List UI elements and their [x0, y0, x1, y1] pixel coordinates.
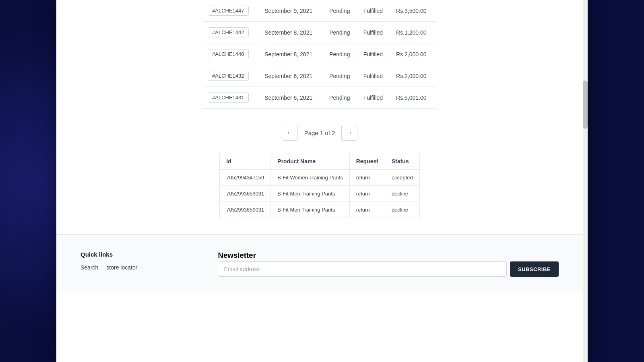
order-total: Rs.2,000.00 — [391, 43, 436, 65]
scrollbar[interactable] — [583, 0, 588, 362]
order-date: September 9, 2021 — [260, 0, 324, 22]
returns-row: 7052993659031 B-Fit Men Training Pants r… — [220, 202, 419, 218]
returns-product: B-Fit Men Training Pants — [271, 186, 349, 202]
returns-status: accepted — [385, 170, 419, 186]
order-date: September 6, 2021 — [260, 87, 324, 109]
order-row: #ALCHE1442 September 8, 2021 Pending Ful… — [203, 22, 436, 43]
order-id-badge[interactable]: #ALCHE1432 — [208, 71, 249, 81]
order-date: September 8, 2021 — [260, 43, 324, 65]
returns-id: 7052993659031 — [220, 202, 271, 218]
returns-col-header: Request — [349, 153, 385, 170]
returns-product: B-Fit Men Training Pants — [271, 202, 349, 218]
email-input[interactable] — [218, 261, 507, 277]
returns-col-header: Id — [220, 153, 271, 170]
returns-status: decline — [385, 202, 419, 218]
order-payment: Pending — [324, 43, 359, 65]
main-window: #ALCHE1447 September 9, 2021 Pending Ful… — [56, 0, 588, 362]
order-row: #ALCHE1431 September 6, 2021 Pending Ful… — [203, 87, 436, 109]
order-fulfillment: Fulfilled — [359, 87, 391, 109]
returns-request: return — [349, 170, 385, 186]
quick-links-section: Quick links Searchstore locator — [80, 251, 137, 277]
order-id-badge[interactable]: #ALCHE1447 — [208, 6, 249, 16]
newsletter-form: SUBSCRIBE — [218, 261, 559, 277]
returns-section: IdProduct NameRequestStatus 705299434715… — [56, 153, 583, 234]
returns-col-header: Status — [385, 153, 419, 170]
orders-table: #ALCHE1447 September 9, 2021 Pending Ful… — [203, 0, 436, 109]
order-total: Rs.1,200.00 — [391, 22, 436, 43]
order-row: #ALCHE1440 September 8, 2021 Pending Ful… — [203, 43, 436, 65]
footer: Quick links Searchstore locator Newslett… — [56, 234, 583, 293]
order-row: #ALCHE1432 September 6, 2021 Pending Ful… — [203, 65, 436, 87]
next-page-button[interactable]: → — [341, 125, 357, 141]
order-total: Rs.2,000.00 — [391, 65, 436, 87]
returns-id: 7052994347159 — [220, 170, 271, 186]
prev-arrow-icon: ← — [287, 129, 293, 136]
page-label: Page 1 of 2 — [304, 130, 335, 136]
next-arrow-icon: → — [346, 129, 353, 136]
order-fulfillment: Fulfilled — [359, 65, 391, 87]
returns-row: 7052993659031 B-Fit Men Training Pants r… — [220, 186, 419, 202]
returns-col-header: Product Name — [271, 153, 349, 170]
order-row: #ALCHE1447 September 9, 2021 Pending Ful… — [203, 0, 436, 22]
subscribe-button[interactable]: SUBSCRIBE — [510, 261, 559, 277]
footer-link[interactable]: Search — [80, 264, 98, 271]
order-payment: Pending — [324, 0, 359, 22]
returns-request: return — [349, 202, 385, 218]
returns-id: 7052993659031 — [220, 186, 271, 202]
order-fulfillment: Fulfilled — [359, 43, 391, 65]
returns-row: 7052994347159 B-Fit Women Training Pants… — [220, 170, 419, 186]
quick-links-title: Quick links — [80, 251, 137, 258]
order-date: September 8, 2021 — [260, 22, 324, 43]
order-payment: Pending — [324, 65, 359, 87]
order-id-badge[interactable]: #ALCHE1431 — [208, 93, 249, 103]
returns-product: B-Fit Women Training Pants — [271, 170, 349, 186]
order-total: Rs.5,001.00 — [391, 87, 436, 109]
returns-request: return — [349, 186, 385, 202]
footer-links-list: Searchstore locator — [80, 264, 137, 271]
order-payment: Pending — [324, 87, 359, 109]
prev-page-button[interactable]: ← — [282, 125, 298, 141]
order-payment: Pending — [324, 22, 359, 43]
footer-link[interactable]: store locator — [106, 264, 137, 271]
newsletter-title: Newsletter — [218, 251, 559, 260]
pagination: ← Page 1 of 2 → — [56, 109, 583, 153]
order-id-badge[interactable]: #ALCHE1440 — [208, 49, 249, 59]
returns-table: IdProduct NameRequestStatus 705299434715… — [219, 153, 419, 218]
order-fulfillment: Fulfilled — [359, 0, 391, 22]
newsletter-section: Newsletter SUBSCRIBE — [218, 251, 559, 277]
order-date: September 6, 2021 — [260, 65, 324, 87]
order-id-badge[interactable]: #ALCHE1442 — [208, 27, 249, 37]
scrollbar-thumb[interactable] — [583, 80, 588, 129]
returns-status: decline — [385, 186, 419, 202]
order-fulfillment: Fulfilled — [359, 22, 391, 43]
order-total: Rs.3,500.00 — [391, 0, 436, 22]
content-area: #ALCHE1447 September 9, 2021 Pending Ful… — [56, 0, 588, 293]
